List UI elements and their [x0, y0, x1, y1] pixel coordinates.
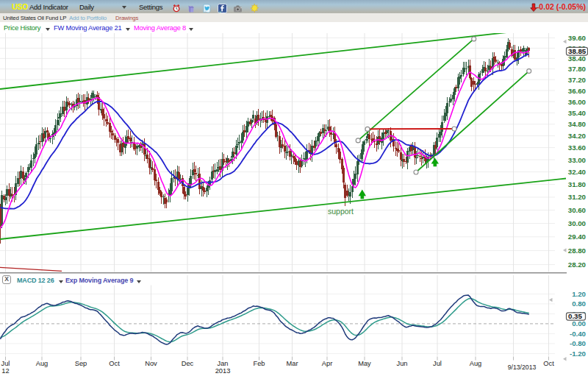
svg-text:2013: 2013 — [215, 367, 231, 375]
svg-text:37.80: 37.80 — [568, 65, 586, 73]
svg-text:Apr: Apr — [322, 360, 332, 367]
svg-text:Aug: Aug — [36, 360, 49, 367]
svg-text:33.60: 33.60 — [568, 144, 586, 152]
svg-text:29.40: 29.40 — [568, 233, 586, 241]
svg-text:Oct: Oct — [109, 360, 120, 367]
svg-text:Aug: Aug — [470, 360, 482, 367]
svg-text:34.20: 34.20 — [568, 132, 586, 140]
svg-text:Oct: Oct — [543, 360, 554, 367]
svg-text:support: support — [328, 207, 354, 216]
svg-text:37.20: 37.20 — [568, 76, 586, 84]
svg-text:38.85: 38.85 — [568, 47, 587, 55]
svg-text:28.80: 28.80 — [568, 247, 586, 255]
svg-text:30.60: 30.60 — [568, 206, 586, 214]
svg-text:Nov: Nov — [145, 360, 157, 367]
svg-text:Sep: Sep — [75, 360, 87, 367]
svg-text:Feb: Feb — [253, 360, 265, 367]
svg-text:-0.40: -0.40 — [570, 330, 586, 338]
svg-text:1.20: 1.20 — [572, 290, 586, 298]
svg-text:39.60: 39.60 — [568, 34, 586, 42]
svg-text:30.00: 30.00 — [568, 219, 586, 227]
svg-text:12: 12 — [1, 367, 9, 375]
svg-text:Mar: Mar — [286, 360, 298, 367]
svg-text:Jun: Jun — [397, 360, 408, 367]
svg-text:31.80: 31.80 — [568, 180, 586, 188]
svg-text:Jan: Jan — [218, 360, 229, 367]
svg-text:May: May — [358, 360, 371, 367]
svg-text:35.40: 35.40 — [568, 109, 586, 117]
svg-text:Jul: Jul — [1, 360, 10, 367]
svg-text:33.00: 33.00 — [568, 156, 586, 164]
svg-text:-1.20: -1.20 — [570, 350, 586, 358]
svg-text:28.20: 28.20 — [568, 261, 586, 269]
svg-text:9/13/2013: 9/13/2013 — [508, 364, 537, 371]
svg-text:36.00: 36.00 — [568, 98, 586, 106]
svg-text:Jul: Jul — [433, 360, 442, 367]
svg-text:Dec: Dec — [182, 360, 194, 367]
svg-text:-0.80: -0.80 — [570, 339, 586, 347]
svg-text:0.80: 0.80 — [572, 300, 586, 308]
svg-text:0.00: 0.00 — [572, 319, 586, 327]
svg-text:31.20: 31.20 — [568, 193, 586, 201]
svg-text:34.80: 34.80 — [568, 120, 586, 128]
svg-text:32.40: 32.40 — [568, 168, 586, 176]
svg-text:36.60: 36.60 — [568, 87, 586, 95]
svg-text:0.35: 0.35 — [568, 312, 582, 320]
